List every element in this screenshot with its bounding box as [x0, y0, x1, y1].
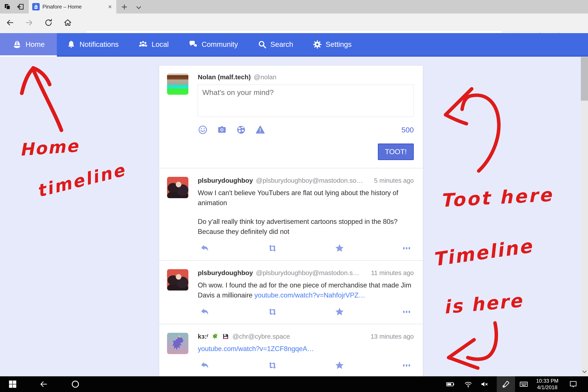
camera-icon[interactable] — [217, 125, 227, 135]
scrollbar-thumb[interactable] — [581, 57, 588, 100]
boost-icon[interactable] — [268, 243, 278, 253]
reply-icon[interactable] — [200, 307, 210, 317]
scroll-down-chevron-icon[interactable] — [582, 369, 588, 375]
screen: Pinafore – Home — [0, 0, 588, 392]
compose-input[interactable] — [198, 84, 414, 117]
post-timestamp: 5 minutes ago — [374, 177, 414, 184]
favorite-star-icon[interactable] — [334, 243, 344, 253]
emoji-smiley-icon[interactable] — [198, 125, 208, 135]
compose-display-name: Nolan (malf.tech) — [198, 74, 251, 81]
reply-icon[interactable] — [200, 360, 210, 370]
post-link[interactable]: youtube.com/watch?v=1ZCF8ngqeA… — [198, 345, 314, 352]
toot-button[interactable]: TOOT! — [378, 144, 414, 160]
nav-label: Community — [202, 40, 238, 48]
windows-ink-button[interactable] — [497, 376, 515, 392]
chat-bubbles-icon — [188, 40, 198, 49]
home-icon[interactable] — [63, 18, 72, 27]
pinafore-navbar: Home Notifications Local Community — [0, 33, 588, 56]
nav-tab-notifications[interactable]: Notifications — [57, 33, 128, 56]
favorite-star-icon[interactable] — [334, 307, 344, 317]
back-icon[interactable] — [6, 18, 14, 27]
floppy-disk-emoji-icon — [222, 333, 229, 340]
compose-handle: @nolan — [254, 74, 276, 81]
nav-tab-settings[interactable]: Settings — [303, 33, 361, 56]
tab-close-icon[interactable] — [107, 4, 113, 10]
dragon-emoji-icon — [212, 333, 219, 340]
nav-label: Local — [152, 40, 169, 48]
nav-tab-home[interactable]: Home — [0, 33, 57, 56]
sailboat-icon — [12, 40, 22, 49]
post-handle: @plsburydoughboy@mastodon.s… — [256, 269, 359, 276]
timeline-page: Nolan (malf.tech) @nolan — [0, 56, 588, 392]
taskbar-clock[interactable]: 10:33 PM 4/1/2018 — [533, 378, 562, 391]
refresh-icon[interactable] — [44, 18, 53, 27]
favorite-star-icon[interactable] — [334, 360, 344, 370]
volume-muted-icon[interactable] — [480, 380, 489, 388]
post-timestamp: 11 minutes ago — [371, 270, 414, 276]
post-handle: @chr@cybre.space — [232, 333, 290, 340]
nav-tab-search[interactable]: Search — [248, 33, 303, 56]
compose-box: Nolan (malf.tech) @nolan — [159, 66, 423, 168]
nav-label: Settings — [326, 40, 352, 48]
post-text: Oh wow. I found the ad for the one piece… — [198, 280, 414, 300]
char-remaining: 500 — [401, 126, 414, 134]
post-avatar[interactable] — [167, 269, 188, 290]
clock-date: 4/1/2018 — [533, 384, 562, 391]
timeline-card: Nolan (malf.tech) @nolan — [159, 65, 423, 378]
tab-title: Pinafore – Home — [42, 4, 104, 10]
pinafore-favicon-icon — [32, 3, 40, 10]
compose-avatar[interactable] — [167, 74, 188, 95]
post-text: Wow I can't believe YouTubers are flat o… — [198, 188, 414, 208]
page-scrollbar[interactable] — [581, 56, 588, 376]
tablet-back-icon[interactable] — [39, 380, 48, 388]
search-icon — [258, 40, 267, 49]
touch-keyboard-icon[interactable] — [520, 380, 528, 388]
forward-icon[interactable] — [25, 18, 34, 27]
post-2: plsburydoughboy @plsburydoughboy@mastodo… — [159, 260, 423, 324]
new-tab-icon[interactable] — [120, 3, 128, 11]
post-avatar[interactable] — [167, 177, 188, 198]
post-avatar[interactable] — [167, 333, 188, 354]
post-display-name: plsburydoughboy — [198, 269, 253, 276]
more-icon[interactable] — [402, 360, 412, 370]
action-center-icon[interactable] — [569, 380, 578, 388]
reply-icon[interactable] — [200, 243, 210, 253]
nav-label: Home — [26, 40, 45, 48]
post-text: Do y'all really think toy advertisement … — [198, 217, 414, 237]
tab-list-chevron-icon[interactable] — [135, 4, 143, 12]
set-tabs-aside-icon[interactable] — [16, 3, 24, 11]
start-button-icon[interactable] — [8, 380, 17, 388]
post-link[interactable]: youtube.com/watch?v=NahfojrVPZ… — [254, 292, 365, 299]
post-handle: @plsburydoughboy@mastodon.so… — [256, 177, 363, 184]
post-3: kз:ʳ @chr@cybre. — [159, 324, 423, 378]
people-group-icon — [138, 40, 148, 49]
nav-tab-community[interactable]: Community — [178, 33, 248, 56]
windows-ink-pen-icon — [502, 380, 510, 388]
browser-toolbar: https://dev.pinafore.social/ — [0, 14, 588, 33]
tabs-aside-icon[interactable] — [4, 3, 11, 11]
post-display-name: kз:ʳ — [198, 333, 208, 340]
gear-icon — [313, 40, 322, 49]
nav-label: Notifications — [80, 40, 119, 48]
browser-tab[interactable]: Pinafore – Home — [29, 0, 116, 14]
windows-taskbar: 10:33 PM 4/1/2018 — [0, 376, 588, 392]
nav-label: Search — [270, 40, 293, 48]
more-icon[interactable] — [402, 243, 412, 253]
more-icon[interactable] — [402, 307, 412, 317]
clock-time: 10:33 PM — [533, 378, 562, 384]
globe-icon[interactable] — [236, 125, 246, 135]
battery-icon[interactable] — [446, 380, 454, 388]
dragon-avatar-art — [167, 333, 188, 354]
wifi-icon[interactable] — [464, 380, 472, 388]
post-display-name: plsburydoughboy — [198, 177, 253, 184]
boost-icon[interactable] — [268, 307, 278, 317]
browser-tab-strip: Pinafore – Home — [0, 0, 588, 14]
boost-icon[interactable] — [268, 360, 278, 370]
nav-tab-local[interactable]: Local — [128, 33, 178, 56]
content-warning-icon[interactable] — [255, 125, 265, 135]
post-1: plsburydoughboy @plsburydoughboy@mastodo… — [159, 168, 423, 260]
bell-icon — [67, 40, 76, 49]
post-timestamp: 13 minutes ago — [371, 333, 414, 340]
cortana-icon[interactable] — [71, 380, 80, 388]
